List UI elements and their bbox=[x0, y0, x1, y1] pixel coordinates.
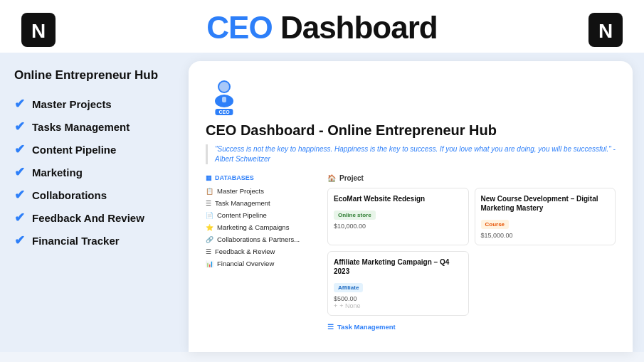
db-item-financial-overview[interactable]: 📊 Financial Overview bbox=[206, 257, 316, 270]
sidebar-item-label: Master Projects bbox=[32, 98, 112, 110]
card-tag: Online store bbox=[334, 211, 376, 220]
sidebar-item-tasks-management[interactable]: ✔ Tasks Management bbox=[14, 115, 174, 138]
sidebar-title: Online Entrepreneur Hub bbox=[14, 68, 174, 82]
card-tag: Affiliate bbox=[334, 283, 363, 292]
project-cards: Project EcoMart Website Redesign Online … bbox=[327, 174, 616, 331]
check-icon: ✔ bbox=[14, 187, 25, 203]
content-panel: CEO CEO Dashboard - Online Entrepreneur … bbox=[189, 61, 633, 352]
db-item-icon: 📄 bbox=[206, 212, 213, 219]
db-item-text: Marketing & Campaigns bbox=[217, 223, 289, 231]
page-header-title: CEO Dashboard bbox=[0, 10, 644, 46]
db-item-icon: 📊 bbox=[206, 260, 213, 267]
svg-text:N: N bbox=[31, 20, 46, 42]
notion-icon-left: N bbox=[21, 13, 56, 47]
content-columns: Databases 📋 Master Projects ☰ Task Manag… bbox=[206, 174, 616, 331]
card-amount: $500.00 bbox=[334, 295, 463, 302]
db-item-marketing-campaigns[interactable]: ⭐ Marketing & Campaigns bbox=[206, 221, 316, 233]
quote-block: "Success is not the key to happiness. Ha… bbox=[206, 144, 616, 164]
card-amount: $10,000.00 bbox=[334, 223, 463, 230]
header: N CEO Dashboard N bbox=[0, 0, 644, 53]
db-section-title: Databases bbox=[206, 174, 316, 181]
sidebar-item-label: Financial Tracker bbox=[32, 235, 120, 247]
ceo-avatar-icon bbox=[206, 75, 243, 112]
card-title: EcoMart Website Redesign bbox=[334, 194, 463, 203]
db-item-icon: ☰ bbox=[206, 248, 211, 255]
check-icon: ✔ bbox=[14, 119, 25, 134]
check-icon: ✔ bbox=[14, 210, 25, 225]
task-section-label: Task Management bbox=[337, 323, 396, 331]
task-section-link[interactable]: ☰ Task Management bbox=[327, 323, 616, 331]
db-item-feedback-review[interactable]: ☰ Feedback & Review bbox=[206, 245, 316, 257]
sidebar-item-master-projects[interactable]: ✔ Master Projects bbox=[14, 92, 174, 115]
card-tag: Course bbox=[481, 220, 510, 229]
project-card-affiliate[interactable]: Affiliate Marketing Campaign – Q4 2023 A… bbox=[327, 251, 469, 316]
database-list: Databases 📋 Master Projects ☰ Task Manag… bbox=[206, 174, 316, 331]
notion-icon-right: N bbox=[588, 13, 623, 47]
card-title: Affiliate Marketing Campaign – Q4 2023 bbox=[334, 257, 463, 276]
main-area: Online Entrepreneur Hub ✔ Master Project… bbox=[0, 53, 644, 352]
sidebar-item-label: Marketing bbox=[32, 166, 83, 179]
db-item-text: Feedback & Review bbox=[215, 247, 275, 255]
check-icon: ✔ bbox=[14, 233, 25, 248]
sidebar-item-content-pipeline[interactable]: ✔ Content Pipeline bbox=[14, 138, 174, 161]
db-item-master-projects[interactable]: 📋 Master Projects bbox=[206, 185, 316, 197]
sidebar-item-marketing[interactable]: ✔ Marketing bbox=[14, 161, 174, 183]
db-item-icon: 📋 bbox=[206, 188, 213, 195]
db-item-icon: 🔗 bbox=[206, 236, 213, 243]
sidebar-item-label: Content Pipeline bbox=[32, 144, 116, 156]
check-icon: ✔ bbox=[14, 142, 25, 157]
sidebar: Online Entrepreneur Hub ✔ Master Project… bbox=[0, 53, 189, 352]
sidebar-item-financial-tracker[interactable]: ✔ Financial Tracker bbox=[14, 229, 174, 252]
card-title: New Course Development – Digital Marketi… bbox=[481, 194, 610, 213]
sidebar-item-label: Feedback And Review bbox=[32, 212, 144, 224]
db-item-text: Financial Overview bbox=[217, 260, 274, 267]
db-item-text: Content Pipeline bbox=[217, 211, 267, 219]
project-section-header: Project bbox=[327, 174, 616, 182]
sidebar-item-collaborations[interactable]: ✔ Collaborations bbox=[14, 183, 174, 206]
project-section-label: Project bbox=[339, 174, 364, 182]
svg-rect-7 bbox=[222, 97, 226, 102]
ceo-icon-area: CEO bbox=[206, 75, 616, 115]
db-item-collaborations[interactable]: 🔗 Collaborations & Partners... bbox=[206, 233, 316, 245]
page-title: CEO Dashboard - Online Entrepreneur Hub bbox=[206, 122, 616, 139]
cards-grid: EcoMart Website Redesign Online store $1… bbox=[327, 188, 616, 316]
sidebar-item-label: Collaborations bbox=[32, 189, 107, 201]
task-section-icon: ☰ bbox=[327, 323, 334, 331]
db-item-content-pipeline[interactable]: 📄 Content Pipeline bbox=[206, 209, 316, 221]
card-none-indicator: + + None bbox=[334, 302, 463, 309]
card-amount: $15,000.00 bbox=[481, 232, 610, 239]
project-card-digital-marketing[interactable]: New Course Development – Digital Marketi… bbox=[475, 188, 616, 245]
db-item-task-management[interactable]: ☰ Task Management bbox=[206, 197, 316, 209]
db-item-icon: ☰ bbox=[206, 200, 211, 207]
sidebar-item-label: Tasks Management bbox=[32, 121, 130, 133]
ceo-label: CEO bbox=[215, 109, 233, 115]
check-icon: ✔ bbox=[14, 164, 25, 180]
db-item-icon: ⭐ bbox=[206, 224, 213, 231]
db-item-text: Master Projects bbox=[217, 187, 264, 195]
quote-text: "Success is not the key to happiness. Ha… bbox=[215, 144, 616, 164]
check-icon: ✔ bbox=[14, 96, 25, 112]
db-item-text: Collaborations & Partners... bbox=[217, 235, 300, 243]
db-item-text: Task Management bbox=[215, 199, 270, 207]
sidebar-item-feedback-and-review[interactable]: ✔ Feedback And Review bbox=[14, 206, 174, 229]
svg-text:N: N bbox=[598, 20, 613, 42]
project-card-ecomart[interactable]: EcoMart Website Redesign Online store $1… bbox=[327, 188, 469, 245]
svg-point-6 bbox=[219, 82, 229, 92]
